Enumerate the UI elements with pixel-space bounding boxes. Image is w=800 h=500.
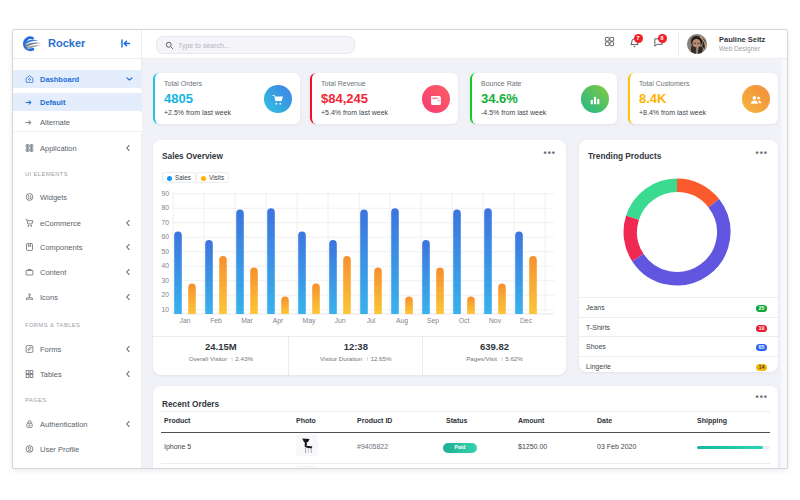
svg-text:70: 70 [161, 219, 169, 226]
svg-text:Dec: Dec [520, 317, 533, 324]
svg-text:Jul: Jul [367, 317, 376, 324]
svg-text:Nov: Nov [489, 317, 502, 324]
svg-text:90: 90 [161, 190, 169, 197]
svg-text:10: 10 [161, 306, 169, 313]
svg-text:Jun: Jun [335, 317, 346, 324]
svg-text:50: 50 [161, 248, 169, 255]
svg-text:Feb: Feb [210, 317, 222, 324]
svg-text:Aug: Aug [396, 317, 408, 325]
svg-text:80: 80 [161, 204, 169, 211]
svg-text:Oct: Oct [459, 317, 470, 324]
svg-text:30: 30 [161, 277, 169, 284]
svg-text:60: 60 [161, 233, 169, 240]
svg-text:Mar: Mar [241, 317, 253, 324]
svg-text:40: 40 [161, 262, 169, 269]
svg-text:20: 20 [161, 291, 169, 298]
svg-text:May: May [303, 317, 316, 325]
svg-text:Apr: Apr [273, 317, 284, 325]
svg-text:Jan: Jan [180, 317, 191, 324]
svg-text:Sep: Sep [427, 317, 439, 325]
